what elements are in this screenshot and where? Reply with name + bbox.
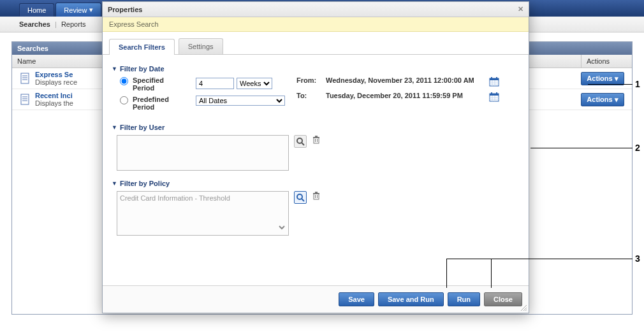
tab-search-filters[interactable]: Search Filters: [109, 39, 175, 55]
svg-line-25: [302, 143, 304, 145]
search-link[interactable]: Express Se: [35, 71, 73, 78]
to-label: To:: [296, 92, 322, 99]
search-icon[interactable]: [294, 135, 307, 148]
close-button[interactable]: Close: [484, 292, 522, 306]
section-label: Filter by Date: [120, 65, 165, 73]
col-actions[interactable]: Actions: [581, 55, 632, 68]
dialog-title: Properties: [108, 6, 142, 13]
filter-date-body: Specified Period Predefined Period Weeks…: [112, 76, 520, 115]
chevron-down-icon: ▾: [615, 96, 618, 104]
period-radio-group: Specified Period Predefined Period: [117, 76, 187, 115]
section-filter-by-date[interactable]: ▼ Filter by Date: [112, 65, 520, 73]
radio-specified-period[interactable]: Specified Period: [117, 76, 187, 92]
save-and-run-button[interactable]: Save and Run: [378, 292, 444, 306]
chevron-down-icon: ▾: [615, 75, 618, 83]
predefined-select[interactable]: All Dates: [196, 96, 285, 106]
collapse-icon: ▼: [112, 66, 117, 72]
dialog-subtitle: Express Search: [103, 17, 529, 32]
actions-button[interactable]: Actions ▾: [581, 72, 624, 85]
chevron-down-icon: ▾: [89, 6, 93, 14]
callout-line: [446, 259, 633, 259]
dialog-title-bar[interactable]: Properties ✕: [103, 2, 529, 17]
callout-line: [446, 259, 447, 288]
search-desc: Displays the: [35, 99, 73, 107]
callout-1: 1: [635, 79, 640, 89]
nav-tab-label: Home: [27, 6, 46, 14]
period-inputs: Weeks All Dates: [196, 76, 285, 106]
callout-line: [491, 259, 492, 288]
dialog-tabs: Search Filters Settings: [103, 32, 529, 55]
svg-rect-33: [314, 194, 319, 199]
search-icon[interactable]: [294, 191, 307, 204]
subnav-reports[interactable]: Reports: [61, 20, 86, 28]
policy-item: Credit Card Information - Threshold: [120, 194, 286, 202]
to-value: Tuesday, December 20, 2011 11:59:59 PM: [326, 92, 485, 99]
filter-user-body: [112, 135, 520, 171]
actions-label: Actions: [587, 96, 612, 103]
period-number-input[interactable]: [196, 78, 234, 89]
svg-rect-4: [21, 94, 29, 104]
scroll-down-icon[interactable]: [120, 224, 286, 232]
radio-label: Specified Period: [133, 76, 187, 92]
close-icon[interactable]: ✕: [518, 5, 523, 13]
trash-icon[interactable]: [312, 191, 321, 201]
collapse-icon: ▼: [112, 180, 117, 187]
trash-icon[interactable]: [312, 135, 321, 145]
svg-line-40: [525, 310, 527, 311]
resize-grip-icon[interactable]: [520, 304, 527, 311]
radio-input[interactable]: [120, 96, 128, 104]
actions-label: Actions: [587, 75, 612, 82]
save-button[interactable]: Save: [339, 292, 374, 306]
search-link[interactable]: Recent Inci: [35, 92, 73, 99]
svg-rect-0: [21, 73, 29, 83]
filter-policy-body: Credit Card Information - Threshold: [112, 191, 520, 236]
svg-point-24: [297, 138, 302, 143]
from-to: From: Wednesday, November 23, 2011 12:00…: [296, 76, 499, 103]
section-label: Filter by Policy: [120, 180, 170, 187]
document-icon: [16, 72, 35, 85]
calendar-icon[interactable]: [489, 92, 499, 103]
from-value: Wednesday, November 23, 2011 12:00:00 AM: [326, 76, 485, 84]
properties-dialog: Properties ✕ Express Search Search Filte…: [102, 1, 529, 313]
section-filter-by-user[interactable]: ▼ Filter by User: [112, 124, 520, 131]
radio-predefined-period[interactable]: Predefined Period: [117, 96, 187, 111]
tab-settings[interactable]: Settings: [179, 38, 223, 54]
radio-input[interactable]: [120, 77, 128, 85]
actions-button[interactable]: Actions ▾: [581, 93, 624, 106]
run-button[interactable]: Run: [448, 292, 480, 306]
divider: |: [55, 20, 57, 28]
svg-point-31: [297, 194, 302, 199]
svg-line-32: [302, 199, 304, 201]
collapse-icon: ▼: [112, 124, 117, 131]
policy-list-box[interactable]: Credit Card Information - Threshold: [117, 191, 289, 236]
document-icon: [16, 93, 35, 106]
callout-line: [531, 148, 633, 148]
section-filter-by-policy[interactable]: ▼ Filter by Policy: [112, 180, 520, 187]
nav-tab-home[interactable]: Home: [19, 3, 54, 17]
nav-tab-review[interactable]: Review ▾: [55, 3, 101, 17]
dialog-body: ▼ Filter by Date Specified Period Predef…: [103, 55, 529, 285]
period-unit-select[interactable]: Weeks: [237, 78, 272, 89]
svg-rect-26: [314, 138, 319, 143]
nav-tab-label: Review: [64, 6, 87, 14]
user-list-box[interactable]: [117, 135, 289, 171]
search-desc: Displays rece: [35, 78, 77, 86]
subnav-searches[interactable]: Searches: [19, 20, 50, 28]
from-label: From:: [296, 76, 322, 84]
calendar-icon[interactable]: [489, 76, 499, 88]
radio-label: Predefined Period: [133, 96, 187, 111]
section-label: Filter by User: [120, 124, 165, 131]
callout-line: [588, 84, 633, 85]
callout-3: 3: [635, 253, 640, 264]
dialog-footer: Save Save and Run Run Close: [103, 285, 529, 313]
callout-2: 2: [635, 143, 640, 153]
